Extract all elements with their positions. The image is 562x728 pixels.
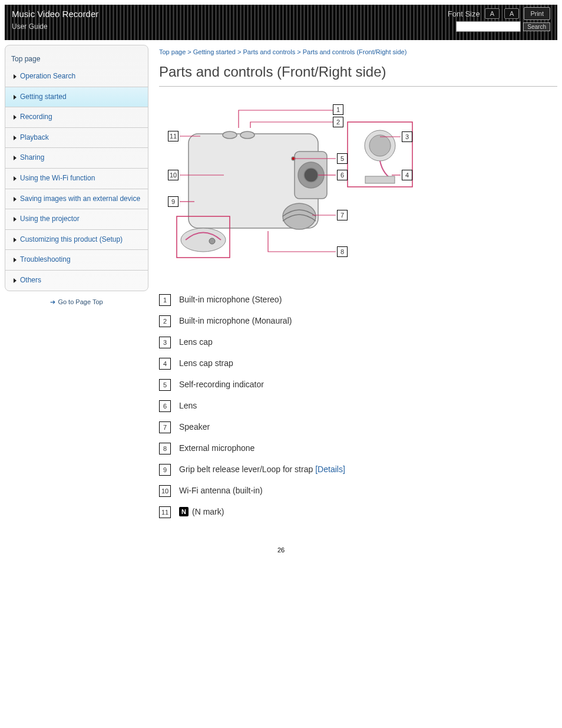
chevron-right-icon <box>14 115 16 120</box>
part-number: 9 <box>159 464 171 476</box>
sidebar-item-getting-started[interactable]: Getting started <box>5 87 148 108</box>
font-size-a-button[interactable]: A <box>485 8 500 19</box>
print-button[interactable]: Print <box>524 7 550 20</box>
breadcrumb: Top page > Getting started > Parts and c… <box>159 48 557 55</box>
part-number: 10 <box>159 485 171 497</box>
userguide-label: User Guide <box>12 22 48 31</box>
part-number: 1 <box>159 294 171 306</box>
callout-6: 6 <box>337 170 348 180</box>
header-buttons: Font Size A A Print <box>448 7 550 20</box>
chevron-right-icon <box>14 278 16 283</box>
chevron-right-icon <box>14 238 16 242</box>
part-row: 11 N (N mark) <box>159 502 557 523</box>
sidebar-item-label: Saving images with an external device <box>20 195 140 204</box>
nfc-icon: N <box>179 507 189 516</box>
svg-point-13 <box>181 228 226 252</box>
part-number: 6 <box>159 400 171 412</box>
svg-point-14 <box>209 238 215 244</box>
font-size-aa-button[interactable]: A <box>504 8 519 19</box>
chevron-right-icon <box>14 217 16 222</box>
sidebar: Top page Operation Search Getting starte… <box>5 45 148 291</box>
sidebar-item-label: Using the Wi-Fi function <box>20 174 95 183</box>
sidebar-item-playback[interactable]: Playback <box>5 128 148 149</box>
part-description: Self-recording indicator <box>179 379 264 389</box>
chevron-right-icon <box>14 74 16 79</box>
search-button[interactable]: Search <box>523 22 550 31</box>
sidebar-item-sharing[interactable]: Sharing <box>5 148 148 169</box>
main-content: Top page > Getting started > Parts and c… <box>159 45 557 523</box>
callout-8: 8 <box>337 246 348 257</box>
search-input[interactable] <box>456 21 521 32</box>
camera-illustration-svg <box>159 98 418 275</box>
font-size-label: Font Size <box>448 9 480 18</box>
part-row: 9 Grip belt release lever/Loop for strap… <box>159 459 557 480</box>
part-number: 8 <box>159 443 171 454</box>
callout-4: 4 <box>402 170 412 180</box>
callout-7: 7 <box>337 210 348 220</box>
sidebar-item-label: Customizing this product (Setup) <box>20 235 123 245</box>
part-description: Built-in microphone (Stereo) <box>179 294 282 304</box>
arrow-right-icon: ➔ <box>50 298 55 306</box>
sidebar-item-label: Playback <box>20 133 49 143</box>
sidebar-item-troubleshooting[interactable]: Troubleshooting <box>5 250 148 271</box>
parts-list: 1 Built-in microphone (Stereo) 2 Built-i… <box>159 289 557 523</box>
part-number: 4 <box>159 358 171 370</box>
part-description: Lens <box>179 400 197 410</box>
chevron-right-icon <box>14 136 16 140</box>
part-description: Built-in microphone (Monaural) <box>179 315 292 325</box>
part-row: 5 Self-recording indicator <box>159 374 557 396</box>
callout-9: 9 <box>168 196 178 207</box>
svg-point-1 <box>223 131 237 139</box>
part-description: Wi-Fi antenna (built-in) <box>179 485 263 495</box>
callout-3: 3 <box>402 131 412 142</box>
svg-point-10 <box>369 135 391 156</box>
go-top-label: Go to Page Top <box>58 298 103 305</box>
product-title: Music Video Recorder <box>12 9 98 19</box>
part-row: 1 Built-in microphone (Stereo) <box>159 289 557 311</box>
sidebar-item-wifi[interactable]: Using the Wi-Fi function <box>5 169 148 189</box>
sidebar-item-label: Others <box>20 276 41 285</box>
callout-11: 11 <box>168 131 178 141</box>
header-sub: User Guide Search <box>12 21 550 32</box>
part-row: 7 Speaker <box>159 417 557 438</box>
sidebar-item-label: Sharing <box>20 153 44 163</box>
sidebar-item-label: Operation Search <box>20 72 75 81</box>
part-row: 3 Lens cap <box>159 332 557 353</box>
svg-point-7 <box>283 203 316 229</box>
part-number: 7 <box>159 421 171 433</box>
sidebar-item-operation-search[interactable]: Operation Search <box>5 67 148 87</box>
part-number: 3 <box>159 337 171 348</box>
sidebar-top-link[interactable]: Top page <box>5 45 148 67</box>
sidebar-item-saving-external[interactable]: Saving images with an external device <box>5 189 148 210</box>
sidebar-item-recording[interactable]: Recording <box>5 107 148 128</box>
details-link[interactable]: [Details] <box>315 465 345 474</box>
part-number: 5 <box>159 379 171 391</box>
callout-5: 5 <box>337 153 348 164</box>
chevron-right-icon <box>14 156 16 160</box>
svg-rect-11 <box>365 176 395 183</box>
breadcrumb-section[interactable]: Parts and controls <box>243 48 296 55</box>
part-row: 8 External microphone <box>159 438 557 459</box>
breadcrumb-leaf: Parts and controls (Front/Right side) <box>303 48 407 55</box>
sidebar-item-others[interactable]: Others <box>5 271 148 291</box>
layout: Top page Operation Search Getting starte… <box>0 40 562 523</box>
page-number: 26 <box>0 546 562 554</box>
part-description: N (N mark) <box>179 506 224 516</box>
search-box: Search <box>456 21 550 32</box>
part-row: 4 Lens cap strap <box>159 353 557 374</box>
sidebar-item-customizing[interactable]: Customizing this product (Setup) <box>5 230 148 251</box>
chevron-right-icon <box>14 197 16 202</box>
part-description: Lens cap strap <box>179 358 233 368</box>
sidebar-item-label: Using the projector <box>20 215 80 224</box>
header-bar: Music Video Recorder Font Size A A Print… <box>5 5 557 40</box>
sidebar-item-label: Getting started <box>20 93 67 102</box>
svg-point-5 <box>304 168 318 182</box>
breadcrumb-section[interactable]: Getting started <box>193 48 236 55</box>
go-to-page-top-link[interactable]: ➔ Go to Page Top <box>5 291 148 313</box>
sidebar-item-label: Troubleshooting <box>20 255 71 265</box>
sidebar-item-projector[interactable]: Using the projector <box>5 209 148 230</box>
breadcrumb-top[interactable]: Top page <box>159 48 186 55</box>
product-figure: 1 2 3 4 5 6 7 8 9 10 11 <box>159 98 418 275</box>
part-row: 2 Built-in microphone (Monaural) <box>159 311 557 332</box>
part-description: External microphone <box>179 443 254 453</box>
